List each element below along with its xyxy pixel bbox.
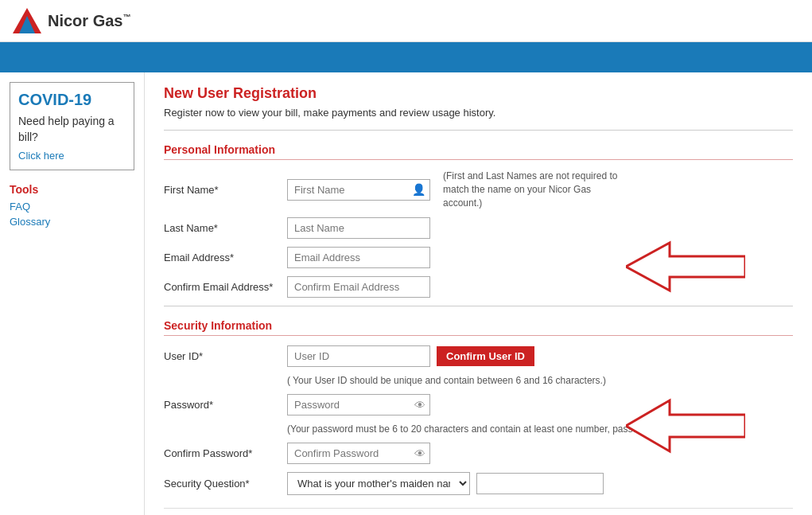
security-answer-input[interactable] — [476, 473, 604, 494]
password-label: Password* — [164, 399, 287, 411]
sidebar-link-glossary[interactable]: Glossary — [10, 216, 134, 228]
arrow-password — [626, 394, 745, 460]
confirm-password-input[interactable] — [287, 443, 430, 464]
eye-icon: 👁 — [414, 399, 425, 412]
email-label: Email Address* — [164, 252, 287, 263]
bottom-bar: Continue Back To Login — [164, 508, 793, 515]
covid-link[interactable]: Click here — [18, 150, 64, 162]
first-name-row: First Name* 👤 (First and Last Names are … — [164, 170, 793, 209]
security-question-label: Security Question* — [164, 478, 287, 490]
svg-marker-2 — [626, 243, 745, 291]
logo-icon — [13, 8, 41, 33]
email-input[interactable] — [287, 247, 430, 268]
page-subtitle: Register now to view your bill, make pay… — [164, 107, 793, 119]
confirm-email-label: Confirm Email Address* — [164, 281, 287, 293]
header: Nicor Gas™ — [0, 0, 812, 42]
userid-row: User ID* Confirm User ID — [164, 345, 793, 367]
userid-help: ( Your User ID should be unique and cont… — [287, 375, 793, 386]
security-question-select[interactable]: What is your mother's maiden name? What … — [287, 472, 470, 495]
userid-input[interactable] — [287, 345, 430, 367]
password-section: Password* 👁 (Your password must be 6 to … — [164, 394, 793, 435]
logo-text: Nicor Gas™ — [48, 12, 130, 30]
password-input-wrapper: 👁 — [287, 394, 430, 416]
name-note: (First and Last Names are not required t… — [443, 170, 618, 209]
tools-title: Tools — [10, 183, 134, 196]
password-input[interactable] — [287, 394, 430, 416]
security-section-title: Security Information — [164, 319, 793, 336]
userid-label: User ID* — [164, 350, 287, 362]
arrow-password-svg — [626, 394, 745, 458]
confirm-password-label: Confirm Password* — [164, 447, 287, 459]
confirm-email-input[interactable] — [287, 276, 430, 298]
covid-box: COVID-19 Need help paying a bill? Click … — [10, 82, 134, 170]
svg-marker-3 — [626, 400, 745, 451]
person-icon: 👤 — [412, 183, 425, 196]
first-name-input-wrapper: 👤 — [287, 179, 430, 201]
sidebar-link-faq[interactable]: FAQ — [10, 201, 134, 213]
personal-section-title: Personal Information — [164, 143, 793, 160]
arrow-email — [626, 239, 745, 297]
last-name-input[interactable] — [287, 217, 430, 239]
confirm-userid-button[interactable]: Confirm User ID — [437, 346, 534, 366]
page-title: New User Registration — [164, 85, 793, 102]
blue-banner — [0, 42, 812, 72]
last-name-row: Last Name* — [164, 217, 793, 239]
security-question-row: Security Question* What is your mother's… — [164, 472, 793, 495]
covid-title: COVID-19 — [18, 91, 126, 109]
last-name-label: Last Name* — [164, 222, 287, 234]
email-section: Email Address* — [164, 247, 793, 268]
content: New User Registration Register now to vi… — [145, 72, 812, 515]
divider2 — [164, 306, 793, 306]
divider — [164, 130, 793, 131]
confirm-password-input-wrapper: 👁 — [287, 443, 430, 464]
covid-text: Need help paying a bill? — [18, 114, 126, 145]
logo: Nicor Gas™ — [13, 8, 130, 33]
eye-icon2: 👁 — [414, 447, 425, 460]
arrow-email-svg — [626, 239, 745, 295]
first-name-input[interactable] — [287, 179, 430, 201]
sidebar: COVID-19 Need help paying a bill? Click … — [0, 72, 145, 515]
main-layout: COVID-19 Need help paying a bill? Click … — [0, 72, 812, 515]
first-name-label: First Name* — [164, 184, 287, 196]
